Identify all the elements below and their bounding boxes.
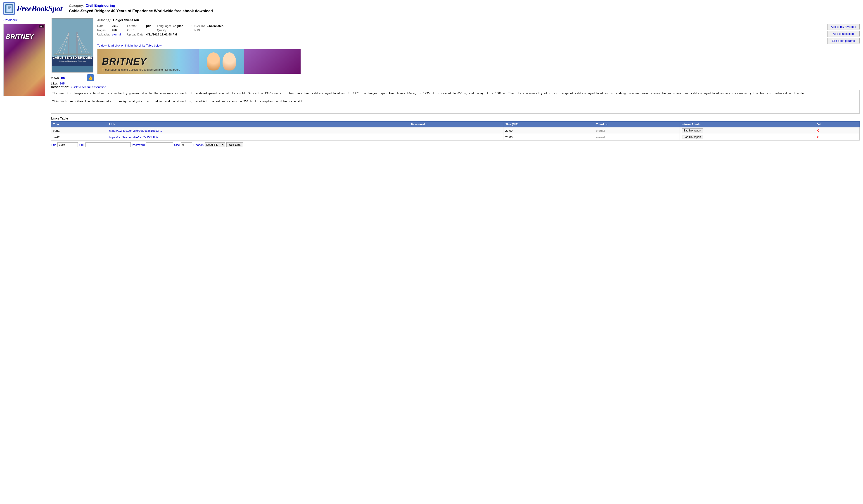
links-table-body: part1 https://tezfiles.com/file/8efecc36… <box>51 127 860 141</box>
page-layout: Catalogue AD BRITNEY Holger Svensson <box>0 16 863 150</box>
row-link-anchor[interactable]: https://tezfiles.com/file/8efecc3615cb3/… <box>109 129 162 132</box>
views-row: Views: 196 👍 <box>51 74 94 81</box>
table-row: part2 https://tezfiles.com/file/ccff7a15… <box>51 134 860 141</box>
bad-link-button[interactable]: Bad link report <box>681 135 703 139</box>
date-value: 2012 <box>112 24 123 28</box>
ad-main-text: BRITNEY <box>98 56 147 67</box>
pages-value: 458 <box>112 28 123 32</box>
add-title-input[interactable] <box>58 142 78 147</box>
views-likes-section: Views: 196 👍 Likes: 205 <box>51 74 94 85</box>
left-ad-banner: AD BRITNEY <box>3 24 45 96</box>
row-thankto: eternal <box>594 127 679 134</box>
row-password <box>409 127 503 134</box>
row-thankto-link[interactable]: eternal <box>596 129 605 132</box>
ad-sub-text: These Superfans and Collectors Could Be … <box>102 68 180 72</box>
links-table-header: Links Table <box>51 117 860 120</box>
col-size: Size (MB) <box>503 121 594 127</box>
isbn13-value <box>207 28 225 32</box>
add-link-form: Title Link Password Size Reason Dead lin… <box>51 142 860 148</box>
download-hint: To download click on link in the Links T… <box>97 44 860 47</box>
add-link-input[interactable] <box>86 142 131 147</box>
add-size-input[interactable] <box>181 142 192 147</box>
row-link-anchor[interactable]: https://tezfiles.com/file/ccff7a158bf27/… <box>109 135 160 139</box>
format-label: Format: <box>123 24 146 28</box>
left-ad-label: AD <box>39 25 44 28</box>
category-row: Category: Civil Engineering <box>69 4 213 8</box>
meta-row-date: Date: 2012 Format: pdf Language: English… <box>97 24 225 28</box>
book-section: Holger Svensson <box>51 18 860 85</box>
svg-rect-15 <box>54 53 91 55</box>
links-table: Title Link Password Size (MB) Thank to I… <box>51 121 860 141</box>
author-name: Holger Svensson <box>113 18 139 22</box>
description-header: Description: Click to see full descripti… <box>51 85 860 89</box>
row-link: https://tezfiles.com/file/8efecc3615cb3/… <box>107 127 409 134</box>
like-button[interactable]: 👍 <box>87 74 94 81</box>
category-link[interactable]: Civil Engineering <box>86 4 115 8</box>
uploader-value: eternal <box>112 32 123 37</box>
quality-value <box>173 28 185 32</box>
logo-area: FreeBookSpot <box>3 2 62 15</box>
language-value: English <box>173 24 185 28</box>
date-label: Date: <box>97 24 112 28</box>
likes-count: 205 <box>60 82 65 85</box>
cover-title: CABLE-STAYED BRIDGES <box>52 56 93 60</box>
add-reason-label: Reason <box>193 143 203 146</box>
author-row: Author(s): Holger Svensson <box>97 18 860 22</box>
author-label: Author(s): <box>97 18 111 22</box>
description-label: Description: <box>51 85 70 89</box>
row-del: X <box>815 134 860 141</box>
row-del: X <box>815 127 860 134</box>
book-cover-image: Holger Svensson <box>52 18 93 73</box>
row-title: part1 <box>51 127 107 134</box>
delete-link-button[interactable]: X <box>817 135 819 139</box>
likes-row: Likes: 205 <box>51 82 94 85</box>
add-password-input[interactable] <box>146 142 173 147</box>
meta-row-pages: Pages: 458 OCR: Quality: ISBN13: <box>97 28 225 32</box>
row-size: 27.00 <box>503 127 594 134</box>
add-link-button[interactable]: Add Link <box>226 142 243 147</box>
pages-label: Pages: <box>97 28 112 32</box>
links-table-head: Title Link Password Size (MB) Thank to I… <box>51 121 860 127</box>
catalogue-anchor[interactable]: Catalogue <box>3 18 18 22</box>
cover-subtitle: 40 Years of Experience Worldwide <box>52 60 93 62</box>
add-reason-select[interactable]: Dead link Wrong book Other <box>205 142 225 147</box>
add-selection-button[interactable]: Add to selection <box>827 31 860 37</box>
quality-label: Quality: <box>152 28 173 32</box>
logo-book-icon <box>3 2 15 15</box>
content-area: Holger Svensson <box>51 18 860 148</box>
left-sidebar: Catalogue AD BRITNEY <box>3 18 49 148</box>
action-buttons: Add to my favorites Add to selection Edi… <box>827 24 860 44</box>
col-inform: Inform Admin <box>679 121 815 127</box>
row-thankto-link[interactable]: eternal <box>596 135 605 139</box>
row-inform: Bad link report <box>679 134 815 141</box>
isbn-value: 343302992X <box>207 24 225 28</box>
add-favorites-button[interactable]: Add to my favorites <box>827 24 860 30</box>
views-count: 196 <box>61 76 66 79</box>
delete-link-button[interactable]: X <box>817 129 819 132</box>
add-title-label: Title <box>51 143 56 146</box>
links-section: Links Table Title Link Password Size (MB… <box>51 117 860 148</box>
site-logo-text: FreeBookSpot <box>16 4 62 13</box>
edit-params-button[interactable]: Edit book params <box>827 38 860 44</box>
book-cover-column: Holger Svensson <box>51 18 94 85</box>
row-thankto: eternal <box>594 134 679 141</box>
meta-and-buttons: Date: 2012 Format: pdf Language: English… <box>97 24 860 44</box>
full-description-link[interactable]: Click to see full description <box>72 86 106 89</box>
book-meta-table: Date: 2012 Format: pdf Language: English… <box>97 24 225 37</box>
row-link: https://tezfiles.com/file/ccff7a158bf27/… <box>107 134 409 141</box>
likes-label: Likes: <box>51 82 59 85</box>
links-header-row: Title Link Password Size (MB) Thank to I… <box>51 121 860 127</box>
ocr-value <box>146 28 152 32</box>
uploader-link[interactable]: eternal <box>112 33 121 36</box>
col-title: Title <box>51 121 107 127</box>
category-area: Category: Civil Engineering Cable-Stayed… <box>69 4 213 13</box>
meta-row-uploader: Uploader: eternal Upload Date: 4/21/2019… <box>97 32 225 37</box>
upload-date-value: 4/21/2019 12:01:58 PM <box>146 32 225 37</box>
upload-date-label: Upload Date: <box>123 32 146 37</box>
ocr-label: OCR: <box>123 28 146 32</box>
bad-link-button[interactable]: Bad link report <box>681 128 703 133</box>
description-section: Description: Click to see full descripti… <box>51 85 860 114</box>
description-text <box>51 90 860 114</box>
add-link-label: Link <box>79 143 84 146</box>
row-inform: Bad link report <box>679 127 815 134</box>
